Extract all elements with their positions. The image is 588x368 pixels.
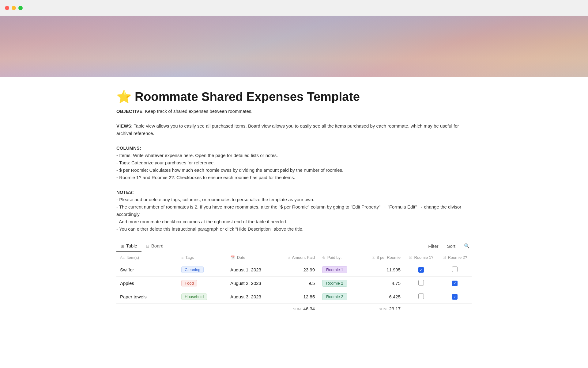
- cell-paidby: Roomie 2: [318, 277, 361, 290]
- search-icon: 🔍: [464, 243, 470, 248]
- cell-date: August 1, 2023: [227, 263, 276, 277]
- col-roomie2-label: Roomie 2?: [448, 255, 467, 260]
- views-label: VIEWS: [116, 123, 131, 128]
- calendar-icon: 📅: [230, 255, 235, 260]
- columns-item-4: - Roomie 1? and Roomie 2?: Checkboxes to…: [116, 174, 472, 181]
- columns-label: COLUMNS:: [116, 144, 472, 152]
- roomie2-checkbox-checked[interactable]: ✓: [452, 281, 458, 286]
- sum-per-roomie-label: SUM: [379, 307, 387, 311]
- fullscreen-button[interactable]: [18, 6, 23, 10]
- views-text: : Table view allows you to easily see al…: [116, 123, 459, 136]
- cell-item: Swiffer: [116, 263, 178, 277]
- cell-paidby: Roomie 2: [318, 290, 361, 304]
- col-header-item: Aa Item(s): [116, 252, 178, 263]
- cell-item: Paper towels: [116, 290, 178, 304]
- notes-item-1: - Please add or delete any tags, columns…: [116, 196, 472, 203]
- sum-empty-1: [116, 304, 178, 314]
- objective-block: OBJECTIVE: Keep track of shared expenses…: [116, 108, 472, 115]
- col-date-label: Date: [237, 255, 245, 260]
- search-button[interactable]: 🔍: [462, 242, 472, 250]
- tab-table-label: Table: [126, 243, 137, 248]
- tab-board[interactable]: ⊟ Board: [141, 240, 168, 252]
- table-row: Swiffer Cleaning August 1, 2023 23.99 Ro…: [116, 263, 472, 277]
- col-header-paidby: ⊕ Paid by:: [318, 252, 361, 263]
- cell-per-roomie: 11.995: [361, 263, 404, 277]
- cell-roomie1[interactable]: ✓: [404, 263, 438, 277]
- cell-tags: Food: [178, 277, 227, 290]
- title-icon: ⭐: [116, 90, 132, 104]
- cell-roomie1[interactable]: [404, 277, 438, 290]
- hero-banner: [0, 16, 588, 77]
- col-roomie1-label: Roomie 1?: [414, 255, 433, 260]
- filter-button[interactable]: Filter: [426, 242, 440, 250]
- list-icon: ≡: [181, 255, 183, 260]
- views-block: VIEWS: Table view allows you to easily s…: [116, 122, 472, 137]
- paidby-badge: Roomie 2: [322, 293, 347, 300]
- roomie1-checkbox-unchecked[interactable]: [418, 280, 424, 286]
- sum-empty-4: [318, 304, 361, 314]
- cell-date: August 3, 2023: [227, 290, 276, 304]
- notes-block: NOTES: - Please add or delete any tags, …: [116, 189, 472, 233]
- columns-item-3: - $ per Roomie: Calculates how much each…: [116, 167, 472, 174]
- cell-roomie1[interactable]: [404, 290, 438, 304]
- cell-date: August 2, 2023: [227, 277, 276, 290]
- col-per-roomie-label: $ per Roomie: [377, 255, 401, 260]
- roomie1-checkbox-unchecked[interactable]: [418, 293, 424, 299]
- cell-item: Apples: [116, 277, 178, 290]
- sigma-icon: Σ: [372, 255, 375, 260]
- roomie2-checkbox-checked[interactable]: ✓: [452, 294, 458, 300]
- sum-empty-6: [438, 304, 472, 314]
- cell-roomie2[interactable]: ✓: [438, 277, 472, 290]
- cell-per-roomie: 6.425: [361, 290, 404, 304]
- window-bar: [0, 0, 588, 16]
- cell-roomie2[interactable]: [438, 263, 472, 277]
- tab-board-label: Board: [151, 243, 164, 248]
- sum-amount-label: SUM: [293, 307, 301, 311]
- cell-amount: 23.99: [276, 263, 318, 277]
- sum-amount-cell: SUM 46.34: [276, 304, 318, 314]
- close-button[interactable]: [5, 6, 9, 10]
- objective-text: : Keep track of shared expenses between …: [142, 109, 252, 114]
- minimize-button[interactable]: [12, 6, 16, 10]
- page-title: ⭐ Roommate Shared Expenses Template: [116, 90, 472, 104]
- sum-empty-3: [227, 304, 276, 314]
- col-header-per-roomie: Σ $ per Roomie: [361, 252, 404, 263]
- table-row: Paper towels Household August 3, 2023 12…: [116, 290, 472, 304]
- main-content: ⭐ Roommate Shared Expenses Template OBJE…: [92, 77, 496, 332]
- checkbox-icon-1: ☑: [409, 255, 412, 260]
- sort-button[interactable]: Sort: [445, 242, 457, 250]
- cell-per-roomie: 4.75: [361, 277, 404, 290]
- col-header-roomie2: ☑ Roomie 2?: [438, 252, 472, 263]
- col-amount-label: Amount Paid: [292, 255, 315, 260]
- circle-plus-icon: ⊕: [322, 255, 325, 260]
- cell-roomie2[interactable]: ✓: [438, 290, 472, 304]
- sum-per-roomie-cell: SUM 23.17: [361, 304, 404, 314]
- sum-empty-5: [404, 304, 438, 314]
- cell-tags: Cleaning: [178, 263, 227, 277]
- paidby-badge: Roomie 1: [322, 266, 347, 273]
- col-item-label: Item(s): [126, 255, 139, 260]
- data-table: Aa Item(s) ≡ Tags 📅 Date # Amount Paid: [116, 252, 472, 314]
- roomie2-checkbox-unchecked[interactable]: [452, 266, 458, 272]
- columns-block: COLUMNS: - Items: Write whatever expense…: [116, 144, 472, 181]
- hash-icon: #: [288, 255, 290, 260]
- objective-label: OBJECTIVE: [116, 109, 142, 114]
- col-header-roomie1: ☑ Roomie 1?: [404, 252, 438, 263]
- notes-item-4: - You can either delete this instruction…: [116, 225, 472, 233]
- columns-item-2: - Tags: Categorize your purchases for re…: [116, 159, 472, 167]
- table-icon: ⊞: [121, 243, 124, 248]
- paidby-badge: Roomie 2: [322, 280, 347, 287]
- tab-table[interactable]: ⊞ Table: [116, 240, 141, 252]
- sum-per-roomie-value: 23.17: [389, 306, 401, 311]
- view-tabs-bar: ⊞ Table ⊟ Board Filter Sort 🔍: [116, 240, 472, 252]
- sum-amount-value: 46.34: [303, 306, 315, 311]
- tag-badge: Food: [181, 280, 197, 286]
- col-header-date: 📅 Date: [227, 252, 276, 263]
- col-tags-label: Tags: [185, 255, 194, 260]
- sum-empty-2: [178, 304, 227, 314]
- columns-item-1: - Items: Write whatever expense here. Op…: [116, 152, 472, 159]
- notes-label: NOTES:: [116, 189, 472, 196]
- roomie1-checkbox-checked[interactable]: ✓: [418, 267, 424, 273]
- sum-row: SUM 46.34 SUM 23.17: [116, 304, 472, 314]
- aa-icon: Aa: [120, 255, 125, 260]
